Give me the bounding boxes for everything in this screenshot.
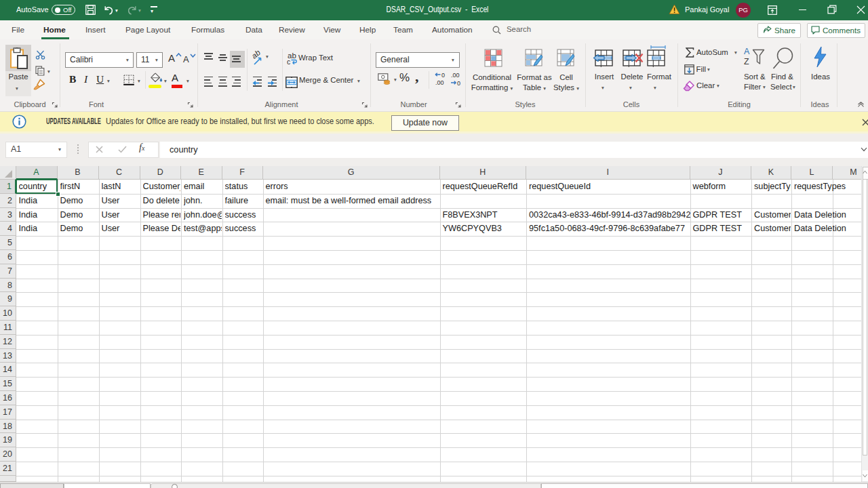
svg-text:0: 0 [441, 72, 445, 79]
svg-text:0: 0 [457, 80, 460, 87]
svg-text:.00: .00 [451, 72, 460, 79]
svg-text:c: c [287, 58, 290, 66]
svg-text:.00: .00 [435, 79, 444, 86]
